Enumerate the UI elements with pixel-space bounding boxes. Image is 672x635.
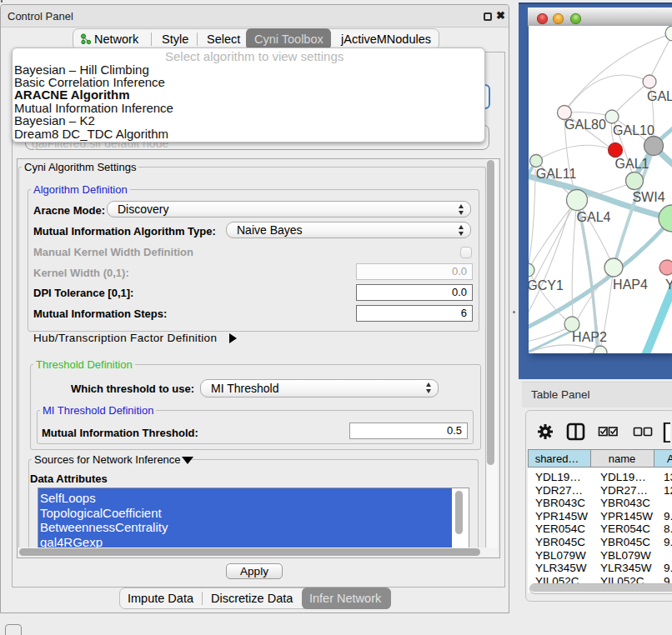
svg-text:HAP4: HAP4 <box>613 278 648 292</box>
svg-text:SWI4: SWI4 <box>632 190 664 204</box>
svg-text:Y: Y <box>665 278 672 292</box>
svg-text:GAL80: GAL80 <box>564 118 606 132</box>
svg-text:GAL10: GAL10 <box>613 123 654 138</box>
svg-text:GCY1: GCY1 <box>529 278 564 292</box>
svg-text:GAL4: GAL4 <box>577 210 611 224</box>
svg-text:GAL: GAL <box>647 89 672 103</box>
svg-text:GAL1: GAL1 <box>615 157 649 171</box>
svg-text:GAL11: GAL11 <box>536 167 577 181</box>
svg-text:HAP2: HAP2 <box>572 330 607 344</box>
